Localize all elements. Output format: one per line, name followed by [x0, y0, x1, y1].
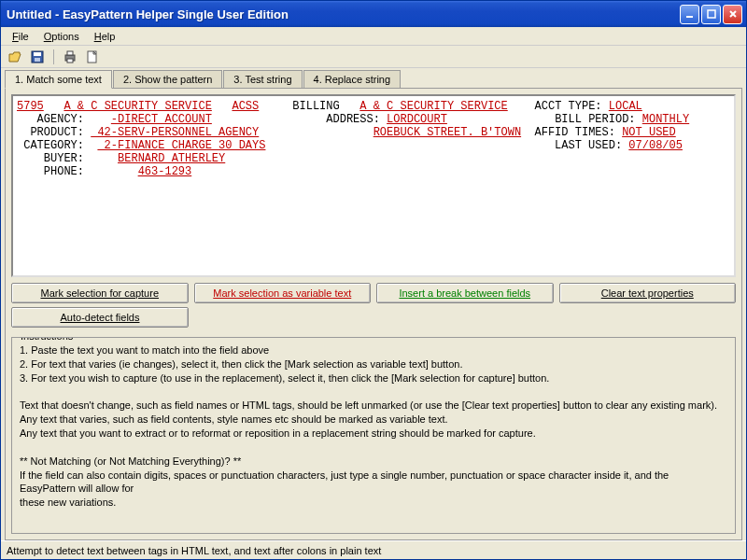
tab-test-string[interactable]: 3. Test string: [223, 70, 302, 89]
tab-show-pattern[interactable]: 2. Show the pattern: [113, 70, 222, 89]
statusbar-text: Attempt to detect text between tags in H…: [7, 545, 381, 556]
window-buttons: [680, 5, 742, 24]
field-value: A & C SECURITY SERVICE: [63, 100, 211, 113]
field-label: LAST USED:: [555, 139, 628, 152]
save-icon[interactable]: [29, 49, 46, 65]
svg-rect-9: [67, 59, 73, 63]
tab-match-text[interactable]: 1. Match some text: [5, 70, 112, 89]
mark-capture-button[interactable]: Mark selection for capture: [11, 283, 189, 303]
titlebar: Untitled - EasyPattern Helper Single Use…: [1, 1, 746, 27]
field-value: -DIRECT ACCOUNT: [111, 113, 212, 126]
insert-break-button[interactable]: Insert a break between fields: [376, 283, 554, 303]
field-value: LOCAL: [609, 100, 642, 113]
mark-variable-button[interactable]: Mark selection as variable text: [194, 283, 372, 303]
tab-content: 5795 A & C SECURITY SERVICE ACSS BILLING…: [5, 88, 742, 540]
toolbar-separator: [53, 49, 54, 64]
svg-rect-6: [35, 58, 40, 62]
maximize-button[interactable]: [701, 5, 721, 24]
button-row-2: Auto-detect fields: [11, 307, 736, 328]
close-button[interactable]: [723, 5, 742, 24]
field-value: ACSS: [232, 100, 259, 113]
svg-rect-8: [67, 51, 73, 55]
menu-options[interactable]: Options: [36, 29, 87, 44]
statusbar: Attempt to detect text between tags in H…: [1, 540, 746, 559]
app-window: Untitled - EasyPattern Helper Single Use…: [0, 0, 747, 560]
instructions-label: Instructions: [18, 337, 76, 342]
field-label: ADDRESS:: [326, 113, 387, 126]
field-label: AFFID TIMES:: [535, 126, 623, 139]
field-label: BUYER:: [17, 152, 118, 165]
button-row-1: Mark selection for capture Mark selectio…: [11, 283, 736, 303]
field-label: AGENCY:: [17, 113, 111, 126]
tabstrip: 1. Match some text 2. Show the pattern 3…: [1, 68, 746, 88]
field-value: MONTHLY: [642, 113, 689, 126]
field-value: 5795: [17, 100, 44, 113]
instructions-body: 1. Paste the text you want to match into…: [20, 343, 727, 510]
field-label: BILLING: [292, 100, 359, 113]
menubar: File Options Help: [1, 27, 746, 46]
minimize-button[interactable]: [680, 5, 699, 24]
field-label: ACCT TYPE:: [535, 100, 609, 113]
clear-props-button[interactable]: Clear text properties: [559, 283, 737, 303]
field-value: 42-SERV-PERSONNEL AGENCY: [91, 126, 259, 139]
field-value: ROEBUCK STREET. B'TOWN: [374, 126, 521, 139]
menu-file[interactable]: File: [5, 29, 36, 44]
window-title: Untitled - EasyPattern Helper Single Use…: [5, 7, 680, 21]
svg-rect-1: [708, 10, 715, 18]
field-label: CATEGORY:: [17, 139, 97, 152]
field-label: PHONE:: [17, 165, 138, 178]
menu-help[interactable]: Help: [87, 29, 123, 44]
field-value: 2-FINANCE CHARGE 30 DAYS: [97, 139, 265, 152]
field-value: BERNARD ATHERLEY: [118, 152, 225, 165]
print-icon[interactable]: [62, 49, 78, 65]
field-value: LORDCOURT: [387, 113, 447, 126]
new-icon[interactable]: [84, 49, 101, 65]
field-value: A & C SECURITY SERVICE: [359, 100, 507, 113]
field-label: BILL PERIOD:: [555, 113, 642, 126]
tab-replace-string[interactable]: 4. Replace string: [303, 70, 402, 89]
svg-rect-0: [686, 16, 693, 18]
open-icon[interactable]: [7, 49, 23, 65]
svg-rect-5: [34, 52, 41, 56]
instructions-group: Instructions 1. Paste the text you want …: [11, 337, 736, 534]
field-value: 07/08/05: [628, 139, 683, 152]
field-value: 463-1293: [138, 165, 192, 178]
toolbar: [1, 46, 746, 68]
field-label: PRODUCT:: [17, 126, 91, 139]
autodetect-button[interactable]: Auto-detect fields: [11, 307, 189, 328]
match-text-pane[interactable]: 5795 A & C SECURITY SERVICE ACSS BILLING…: [11, 94, 736, 277]
field-value: NOT USED: [622, 126, 676, 139]
